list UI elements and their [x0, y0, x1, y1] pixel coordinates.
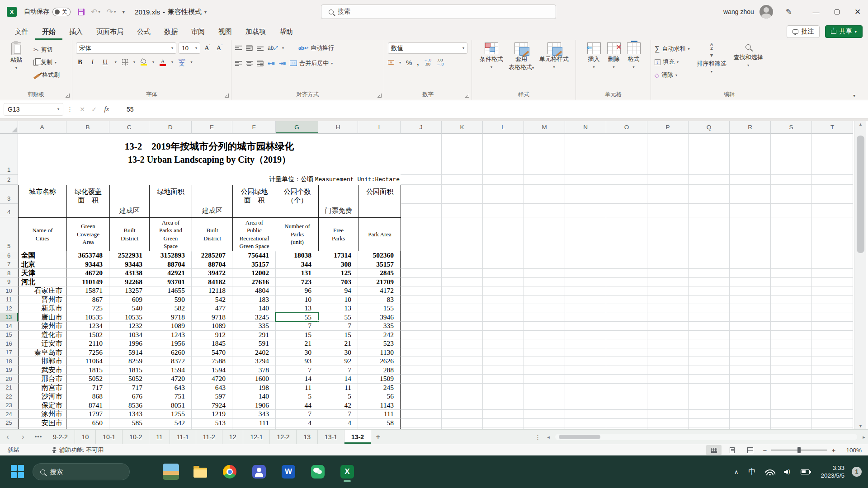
cell[interactable]: 2626: [358, 357, 401, 366]
cell[interactable]: [401, 331, 442, 340]
cell[interactable]: [606, 204, 647, 217]
row-header-12[interactable]: 12: [0, 304, 18, 313]
cell[interactable]: 2845: [358, 269, 401, 278]
cell[interactable]: 1130: [358, 348, 401, 357]
cell[interactable]: [442, 185, 483, 204]
cell[interactable]: [812, 269, 853, 278]
row-header-17[interactable]: 17: [0, 348, 18, 357]
cell[interactable]: [771, 251, 812, 260]
cell[interactable]: [730, 331, 771, 340]
cell[interactable]: [730, 286, 771, 296]
cell[interactable]: [812, 366, 853, 375]
cell-name-晋州市[interactable]: 晋州市: [18, 296, 66, 305]
cell[interactable]: 21: [318, 339, 358, 348]
cell[interactable]: 155: [358, 304, 401, 313]
cell[interactable]: 245: [358, 384, 401, 393]
copy-button[interactable]: 复制▾: [33, 57, 60, 68]
cell[interactable]: [401, 401, 442, 410]
cell[interactable]: [483, 204, 524, 217]
cell[interactable]: [771, 217, 812, 251]
cell[interactable]: [483, 134, 524, 175]
cell[interactable]: [689, 339, 730, 348]
cell[interactable]: 58: [358, 419, 401, 428]
sheet-tab-10[interactable]: 10: [75, 430, 96, 444]
underline-button[interactable]: U: [101, 58, 109, 66]
cell[interactable]: [647, 278, 689, 287]
cell[interactable]: [647, 339, 689, 348]
column-header-S[interactable]: S: [771, 121, 812, 134]
cell[interactable]: [442, 401, 483, 410]
cell[interactable]: 2522931: [109, 251, 149, 260]
cell[interactable]: [483, 296, 524, 305]
cell[interactable]: [442, 204, 483, 217]
cell[interactable]: [689, 357, 730, 366]
cell[interactable]: [483, 304, 524, 313]
cell[interactable]: [647, 322, 689, 331]
cell[interactable]: 477: [192, 304, 232, 313]
cell[interactable]: [483, 251, 524, 260]
cell[interactable]: [483, 348, 524, 357]
increase-indent-icon[interactable]: ⇥≡: [279, 61, 286, 66]
column-header-L[interactable]: L: [483, 121, 524, 134]
cell[interactable]: [812, 392, 853, 401]
cell[interactable]: 1255: [149, 410, 192, 419]
find-select-button[interactable]: 查找和选择▾: [733, 42, 763, 80]
cell[interactable]: [483, 419, 524, 428]
zoom-out-button[interactable]: −: [760, 446, 769, 454]
maximize-button[interactable]: [826, 0, 847, 23]
cell[interactable]: [565, 278, 606, 287]
select-all-corner[interactable]: [0, 121, 18, 134]
cell[interactable]: [483, 392, 524, 401]
page-break-view-button[interactable]: [742, 445, 758, 455]
cell[interactable]: [483, 260, 524, 269]
office-search-box[interactable]: 搜索: [321, 5, 556, 19]
row-header-2[interactable]: 2: [0, 175, 18, 185]
ime-indicator[interactable]: 中: [748, 467, 755, 477]
cell[interactable]: [565, 339, 606, 348]
start-button[interactable]: [11, 465, 24, 479]
cell[interactable]: [483, 286, 524, 296]
cell[interactable]: [689, 410, 730, 419]
cell[interactable]: 7: [276, 366, 318, 375]
cell[interactable]: 542: [192, 296, 232, 305]
cell[interactable]: 10: [276, 296, 318, 305]
sheet-tab-9-2-2[interactable]: 9-2-2: [46, 430, 75, 444]
cell[interactable]: 10: [318, 296, 358, 305]
cell[interactable]: [771, 296, 812, 305]
cell[interactable]: [812, 304, 853, 313]
cell[interactable]: [565, 366, 606, 375]
cell[interactable]: [730, 392, 771, 401]
cell[interactable]: 335: [358, 322, 401, 331]
cell[interactable]: [524, 313, 565, 322]
scroll-down-icon[interactable]: ▼: [855, 423, 866, 429]
cell-name-南宫市[interactable]: 南宫市: [18, 384, 66, 393]
cell[interactable]: [524, 401, 565, 410]
cell[interactable]: 912: [192, 331, 232, 340]
cell[interactable]: [771, 410, 812, 419]
cell[interactable]: 39472: [192, 269, 232, 278]
row-header-18[interactable]: 18: [0, 357, 18, 366]
cell[interactable]: [524, 304, 565, 313]
cell[interactable]: [483, 322, 524, 331]
cell[interactable]: [647, 366, 689, 375]
cell[interactable]: [483, 313, 524, 322]
cell[interactable]: [606, 278, 647, 287]
cell-name-秦皇岛市[interactable]: 秦皇岛市: [18, 348, 66, 357]
align-middle-icon[interactable]: [246, 45, 253, 51]
column-header-H[interactable]: H: [318, 121, 358, 134]
fill-handle[interactable]: [317, 320, 319, 323]
cell[interactable]: 1815: [109, 366, 149, 375]
cell[interactable]: 88704: [192, 260, 232, 269]
sort-filter-button[interactable]: AZ▼ 排序和筛选▾: [697, 42, 726, 80]
cell[interactable]: [401, 313, 442, 322]
cell[interactable]: 725: [66, 304, 109, 313]
cell[interactable]: [730, 384, 771, 393]
cell[interactable]: [647, 331, 689, 340]
cell[interactable]: [689, 392, 730, 401]
cell[interactable]: 4804: [232, 286, 276, 296]
cell[interactable]: 17314: [318, 251, 358, 260]
cell[interactable]: [689, 322, 730, 331]
cell[interactable]: 15: [276, 331, 318, 340]
decrease-indent-icon[interactable]: ⇤≡: [268, 61, 275, 66]
cell[interactable]: [771, 348, 812, 357]
